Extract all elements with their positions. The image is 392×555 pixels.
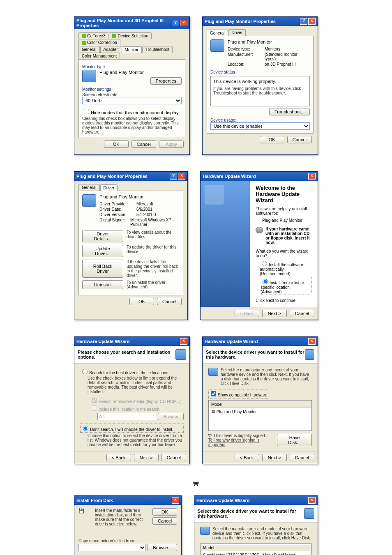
close-icon[interactable]: × [308,338,316,345]
update-driver-button[interactable]: Update Driver... [82,245,123,257]
troubleshoot-button[interactable]: Troubleshoot... [269,108,310,115]
next-button[interactable]: Next > [262,310,287,317]
list-item[interactable]: SyncMaster 171S/ 175S/ 170S , MagicSyncM… [201,552,311,555]
tab-color-correction[interactable]: Color Correction [78,39,120,46]
wizard-select-driver-unsigned: Hardware Update Wizard× Select the devic… [194,495,318,555]
device-status-label: Device status [210,70,310,74]
hardware-update-wizard-welcome: Hardware Update Wizard× Welcome to the H… [200,171,318,320]
close-icon[interactable]: × [180,20,187,26]
tab-driver[interactable]: Driver [228,29,246,36]
monitor-name: Plug and Play Monitor [99,194,180,199]
cancel-button[interactable]: Cancel [152,517,177,525]
opt-auto[interactable]: Install the software automatically (Reco… [260,260,312,276]
monitor-icon [82,194,96,207]
heading: Please choose your search and installati… [78,350,175,359]
model-list[interactable]: Model SyncMaster 171S/ 175S/ 170S , Magi… [200,543,312,555]
copy-from-label: Copy manufacturer's files from: [78,539,177,543]
rollback-driver-button[interactable]: Roll Back Driver [82,260,123,278]
monitor-icon [208,368,218,376]
list-item[interactable]: 🖥 Plug and Play Monitor [210,409,311,415]
status-text: This device is working properly. [213,79,307,84]
title: Hardware Update Wizard [203,174,256,179]
chk-location: Include this location in the search: [90,404,184,412]
browse-button: Browse [158,413,184,420]
heading: Select the device driver you want to ins… [198,509,304,518]
cancel-button[interactable]: Cancel [287,136,312,143]
next-button[interactable]: Next > [134,454,159,461]
cancel-button[interactable]: Cancel [161,454,186,461]
uninstall-button[interactable]: Uninstall [82,280,123,289]
wizard-sidebar [201,181,250,307]
cancel-button[interactable]: Cancel [290,454,314,461]
driver-details-button[interactable]: Driver Details... [82,230,123,242]
monitor-icon [200,527,210,535]
opt-search[interactable]: Search for the best driver in these loca… [80,368,184,375]
tabs-row: GeForce3 Device Selection Color Correcti… [78,32,185,46]
next-button[interactable]: Next > [262,454,287,461]
tab-general[interactable]: General [78,46,100,53]
path-select[interactable] [78,544,146,551]
monitor-settings-label: Monitor settings [82,87,182,92]
title: Plug and Play Monitor Properties [76,174,148,179]
refresh-rate-label: Screen refresh rate: [82,92,182,97]
ok-button[interactable]: OK [129,298,154,305]
wizard-search-options: Hardware Update Wizard× Please choose yo… [74,336,190,464]
wizard-icon [175,349,187,360]
device-usage-select[interactable]: Use this device (enable) [210,122,310,130]
title: Hardware Update Wizard [205,339,258,344]
close-icon[interactable]: × [180,338,187,345]
monitor-icon [82,70,96,82]
help-icon[interactable]: ? [170,173,177,180]
monitor-name: Plug and Play Monitor [99,70,182,75]
tab-device-selection[interactable]: Device Selection [109,32,151,39]
back-button[interactable]: < Back [106,454,131,461]
title: Hardware Update Wizard [76,339,130,344]
install-from-disk-dialog: Install From Disk× 💾 Insert the manufact… [74,495,182,555]
tab-geforce3[interactable]: GeForce3 [78,32,108,39]
ok-button[interactable]: OK [260,136,284,143]
cancel-button[interactable]: Cancel [131,140,156,148]
have-disk-button[interactable]: Have Disk... [277,434,312,446]
browse-button[interactable]: Browse... [148,544,177,551]
tab-troubleshoot[interactable]: Troubleshoot [142,46,173,53]
tab-general[interactable]: General [207,30,228,36]
refresh-rate-select[interactable]: 60 Hertz [82,97,182,104]
opt-list[interactable]: Install from a list or specific location… [260,277,312,295]
opt-dont-search[interactable]: Don't search. I will choose the driver t… [80,424,184,433]
tab-general[interactable]: General [78,184,100,191]
close-icon[interactable]: × [308,18,316,25]
wizard-icon [205,185,224,205]
device-usage-label: Device usage: [210,118,310,122]
close-icon[interactable]: × [172,497,179,504]
apply-button: Apply [159,140,184,148]
wizard-icon [304,508,314,519]
hide-modes-desc: Clearing this check box allows you to se… [82,116,182,134]
show-compat-checkbox[interactable]: Show compatible hardware [208,389,268,398]
status-help: If you are having problems with this dev… [213,86,307,95]
tab-monitor[interactable]: Monitor [122,46,142,53]
path-input [97,413,156,420]
tab-color-mgmt[interactable]: Color Management [78,53,120,59]
chk-removable: Search removable media (floppy, CD-ROM..… [90,396,184,404]
hide-modes-checkbox[interactable]: Hide modes that this monitor cannot disp… [82,110,178,115]
close-icon[interactable]: × [308,497,316,504]
welcome-heading: Welcome to the Hardware Update Wizard [256,185,312,203]
title: Plug and Play Monitor Properties [205,19,276,24]
close-icon[interactable]: × [178,173,185,180]
back-button[interactable]: < Back [235,454,259,461]
cancel-button[interactable]: Cancel [157,298,182,305]
instruction: Insert the manufacturer's installation d… [95,508,149,526]
title: Plug and Play Monitor and 3D Prophet III… [76,18,172,28]
cancel-button[interactable]: Cancel [290,310,314,317]
ok-button[interactable]: OK [152,508,177,516]
help-icon[interactable]: ? [300,18,307,25]
tell-me-link[interactable]: Tell me why driver signing is important [208,438,260,447]
title: Install From Disk [76,498,113,503]
model-list[interactable]: Model 🖥 Plug and Play Monitor [208,400,312,431]
help-icon[interactable]: ? [172,20,179,26]
close-icon[interactable]: × [308,173,316,180]
ok-button[interactable]: OK [104,140,129,148]
tab-driver[interactable]: Driver [100,184,118,191]
tab-adapter[interactable]: Adapter [100,46,121,53]
properties-button[interactable]: Properties [150,77,182,85]
